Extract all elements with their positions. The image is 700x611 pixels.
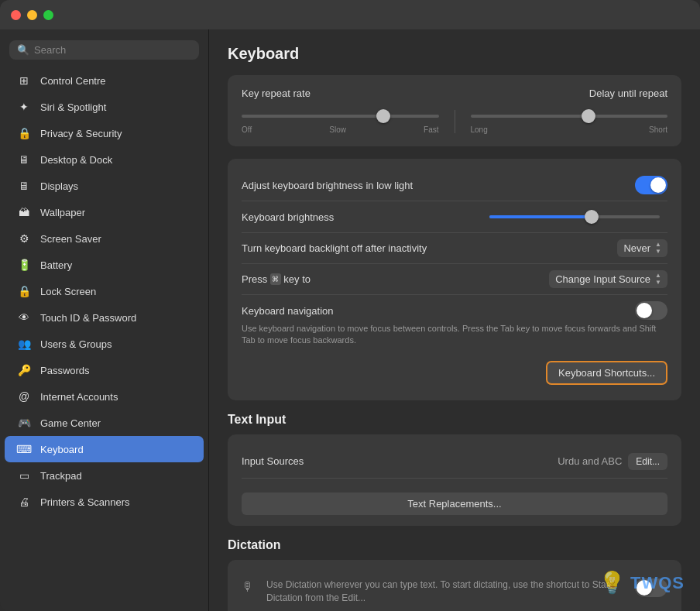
input-sources-row: Input Sources Urdu and ABC Edit... [242, 445, 667, 479]
keyboard-nav-desc: Use keyboard navigation to move focus be… [242, 323, 667, 347]
keyboard-brightness-row: Keyboard brightness [242, 201, 667, 233]
maximize-button[interactable] [43, 10, 53, 20]
watermark-text: TWQS [630, 573, 685, 593]
sidebar-icon-wallpaper: 🏔 [15, 204, 33, 221]
sidebar-label-lock-screen: Lock Screen [40, 286, 96, 297]
search-bar[interactable]: 🔍 [9, 40, 199, 60]
sidebar-item-desktop-dock[interactable]: 🖥Desktop & Dock [5, 146, 204, 173]
sidebar-icon-trackpad: ▭ [15, 467, 33, 484]
delay-slider-wrapper: Long Short [471, 108, 668, 134]
sidebar-label-keyboard: Keyboard [40, 444, 84, 455]
press-key-stepper[interactable]: Change Input Source ▲ ▼ [549, 270, 667, 288]
sidebar-item-keyboard[interactable]: ⌨Keyboard [5, 436, 204, 462]
keyboard-nav-toggle[interactable] [635, 301, 667, 320]
press-key-value: Change Input Source [555, 273, 650, 285]
sidebar-icon-desktop-dock: 🖥 [15, 151, 33, 168]
keyboard-nav-header: Keyboard navigation [242, 301, 667, 320]
sidebar-item-internet-accounts[interactable]: @Internet Accounts [5, 383, 204, 410]
sliders-row: Off Slow Fast [242, 108, 667, 134]
delay-long-label: Long [471, 125, 488, 134]
delay-short-label: Short [649, 125, 667, 134]
text-input-section: Text Input Input Sources Urdu and ABC Ed… [228, 413, 681, 526]
sidebar-item-privacy-security[interactable]: 🔒Privacy & Security [5, 120, 204, 146]
text-input-title: Text Input [228, 413, 681, 427]
titlebar [0, 0, 700, 29]
backlight-off-label: Turn keyboard backlight off after inacti… [242, 242, 427, 254]
search-icon: 🔍 [17, 44, 29, 56]
sidebar-icon-users-groups: 👥 [15, 335, 33, 352]
sidebar-item-screen-saver[interactable]: ⚙Screen Saver [5, 225, 204, 252]
sidebar-icon-passwords: 🔑 [15, 362, 33, 379]
search-input[interactable] [34, 44, 191, 56]
text-replacements-container: Text Replacements... [242, 479, 667, 515]
sidebar-label-screen-saver: Screen Saver [40, 233, 101, 245]
sidebar-item-touch-id[interactable]: 👁Touch ID & Password [5, 304, 204, 331]
repeat-rate-slider-wrapper: Off Slow Fast [242, 108, 439, 134]
main-window: 🔍 ⊞Control Centre✦Siri & Spotlight🔒Priva… [0, 0, 700, 611]
sidebar-item-wallpaper[interactable]: 🏔Wallpaper [5, 199, 204, 225]
sidebar-icon-keyboard: ⌨ [15, 441, 33, 458]
sidebar-icon-game-center: 🎮 [15, 414, 33, 431]
text-input-card: Input Sources Urdu and ABC Edit... Text … [228, 434, 681, 526]
sidebar-item-game-center[interactable]: 🎮Game Center [5, 410, 204, 436]
sidebar-item-trackpad[interactable]: ▭Trackpad [5, 462, 204, 489]
sidebar-item-passwords[interactable]: 🔑Passwords [5, 357, 204, 383]
sidebar-label-desktop-dock: Desktop & Dock [40, 154, 112, 166]
watermark: 💡 TWQS [599, 570, 685, 596]
sidebar-item-lock-screen[interactable]: 🔒Lock Screen [5, 278, 204, 304]
sidebar-icon-touch-id: 👁 [15, 309, 33, 326]
sidebar-label-siri-spotlight: Siri & Spotlight [40, 101, 106, 113]
sidebar-item-siri-spotlight[interactable]: ✦Siri & Spotlight [5, 94, 204, 120]
repeat-rate-card: Key repeat rate Delay until repeat Off [228, 75, 681, 146]
sidebar-item-control-centre[interactable]: ⊞Control Centre [5, 67, 204, 94]
keyboard-brightness-label: Keyboard brightness [242, 211, 334, 223]
sidebar-icon-internet-accounts: @ [15, 388, 33, 405]
sidebar-icon-lock-screen: 🔒 [15, 283, 33, 300]
repeat-rate-thumb[interactable] [376, 109, 390, 123]
brightness-thumb[interactable] [585, 210, 599, 224]
sidebar-icon-battery: 🔋 [15, 256, 33, 273]
delay-slider[interactable] [471, 108, 668, 124]
press-key-up-arrow: ▲ [655, 273, 661, 279]
sidebar-label-control-centre: Control Centre [40, 75, 106, 87]
mic-icon: 🎙 [242, 580, 259, 597]
sidebar-label-trackpad: Trackpad [40, 470, 82, 482]
sidebar-label-internet-accounts: Internet Accounts [40, 391, 118, 403]
sidebar-item-users-groups[interactable]: 👥Users & Groups [5, 331, 204, 357]
adjust-brightness-toggle[interactable] [635, 176, 667, 194]
delay-until-repeat-label: Delay until repeat [589, 88, 667, 99]
sidebar-item-printers-scanners[interactable]: 🖨Printers & Scanners [5, 489, 204, 515]
delay-thumb[interactable] [582, 109, 595, 123]
adjust-brightness-label: Adjust keyboard brightness in low light [242, 180, 413, 191]
brightness-slider-container[interactable] [489, 209, 667, 225]
watermark-icon: 💡 [599, 570, 626, 596]
input-sources-value: Urdu and ABC [558, 455, 622, 467]
sidebar-item-battery[interactable]: 🔋Battery [5, 252, 204, 278]
sidebar: 🔍 ⊞Control Centre✦Siri & Spotlight🔒Priva… [0, 29, 209, 611]
keyboard-nav-row: Keyboard navigation Use keyboard navigat… [242, 295, 667, 390]
repeat-rate-slider[interactable] [242, 108, 439, 124]
sidebar-item-displays[interactable]: 🖥Displays [5, 173, 204, 199]
sidebar-icon-displays: 🖥 [15, 177, 33, 194]
sidebar-label-passwords: Passwords [40, 365, 90, 376]
edit-button[interactable]: Edit... [628, 453, 667, 470]
text-replacements-button[interactable]: Text Replacements... [242, 493, 667, 515]
sidebar-items-container: ⊞Control Centre✦Siri & Spotlight🔒Privacy… [0, 67, 208, 515]
keyboard-nav-knob [637, 303, 652, 318]
backlight-stepper[interactable]: Never ▲ ▼ [617, 239, 667, 257]
backlight-off-row: Turn keyboard backlight off after inacti… [242, 233, 667, 264]
minimize-button[interactable] [27, 10, 37, 20]
delay-track [471, 115, 668, 118]
sidebar-icon-siri-spotlight: ✦ [15, 98, 33, 115]
press-key-label: Press ⌘ key to [242, 273, 311, 285]
adjust-brightness-row: Adjust keyboard brightness in low light [242, 170, 667, 201]
keyboard-shortcuts-button[interactable]: Keyboard Shortcuts... [546, 361, 667, 385]
stepper-arrows: ▲ ▼ [655, 242, 661, 255]
sidebar-icon-privacy-security: 🔒 [15, 125, 33, 142]
repeat-off-label: Off [242, 125, 252, 134]
brightness-track [489, 215, 660, 218]
close-button[interactable] [11, 10, 21, 20]
delay-labels: Long Short [471, 125, 668, 134]
content-area: 🔍 ⊞Control Centre✦Siri & Spotlight🔒Priva… [0, 29, 700, 611]
sidebar-label-battery: Battery [40, 259, 72, 271]
